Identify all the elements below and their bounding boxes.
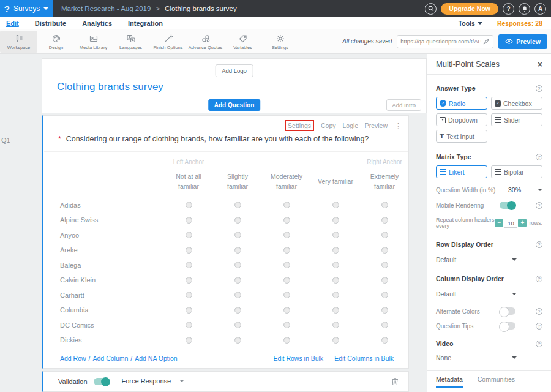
account-avatar[interactable]: A (534, 3, 546, 15)
help-icon[interactable]: ? (536, 276, 542, 282)
radio-button[interactable] (186, 247, 192, 254)
responses-count[interactable]: Responses: 28 (497, 20, 542, 27)
toolbar-item-workspace[interactable]: Workspace (0, 31, 37, 53)
answer-type-checkbox-button[interactable]: ✓ Checkbox (491, 97, 542, 110)
tools-menu[interactable]: Tools (459, 20, 482, 27)
radio-button[interactable] (186, 202, 192, 208)
radio-button[interactable] (234, 277, 241, 284)
radio-button[interactable] (381, 277, 388, 284)
radio-button[interactable] (332, 277, 339, 284)
alternate-colors-toggle[interactable] (500, 307, 515, 315)
radio-button[interactable] (283, 307, 290, 314)
radio-button[interactable] (332, 307, 339, 314)
radio-button[interactable] (234, 337, 241, 344)
radio-button[interactable] (332, 202, 339, 208)
tab-distribute[interactable]: Distribute (35, 20, 66, 27)
radio-button[interactable] (234, 202, 241, 208)
column-display-order-dropdown[interactable]: Default (436, 290, 517, 298)
survey-title[interactable]: Clothing brands survey (57, 81, 163, 93)
question-preview-button[interactable]: Preview (365, 122, 388, 129)
radio-button[interactable] (381, 337, 388, 344)
radio-button[interactable] (234, 262, 241, 268)
help-icon[interactable]: ? (536, 341, 542, 347)
chevron-down-icon[interactable] (538, 189, 542, 191)
radio-button[interactable] (234, 322, 241, 328)
more-options-icon[interactable]: ⋮ (394, 121, 402, 130)
row-label[interactable]: Adidas (43, 202, 164, 209)
close-panel-icon[interactable]: × (538, 60, 542, 69)
row-label[interactable]: Calvin Klein (43, 276, 164, 284)
preview-button[interactable]: Preview (498, 34, 547, 49)
radio-button[interactable] (283, 232, 290, 238)
matrix-type-likert-button[interactable]: Likert (436, 165, 487, 178)
radio-button[interactable] (283, 277, 290, 284)
edit-rows-in-bulk-link[interactable]: Edit Rows in Bulk (273, 355, 323, 362)
notifications-button[interactable] (519, 3, 530, 15)
radio-button[interactable] (332, 322, 339, 328)
toolbar-item-variables[interactable]: Variables (224, 31, 261, 53)
tab-integration[interactable]: Integration (128, 20, 163, 27)
toolbar-item-finish-options[interactable]: Finish Options (149, 31, 187, 53)
add-row-link[interactable]: Add Row (60, 355, 86, 362)
help-icon[interactable]: ? (536, 241, 542, 248)
column-header[interactable]: Extremely familiar (360, 172, 409, 192)
edit-url-icon[interactable] (483, 38, 490, 45)
add-na-option-link[interactable]: Add NA Option (135, 355, 177, 362)
radio-button[interactable] (234, 292, 241, 298)
tab-edit[interactable]: Edit (6, 20, 19, 27)
column-header[interactable]: Moderately familiar (262, 172, 311, 192)
row-label[interactable]: Dickies (43, 336, 164, 344)
question-tips-toggle[interactable] (500, 322, 515, 330)
row-label[interactable]: Carhartt (43, 292, 164, 299)
answer-type-radio-button[interactable]: ✓ Radio (436, 97, 487, 110)
column-header[interactable]: Slightly familiar (213, 172, 262, 192)
decrement-button[interactable]: − (495, 219, 503, 227)
surveys-product-menu[interactable]: ? Surveys (0, 0, 53, 17)
upgrade-now-button[interactable]: Upgrade Now (441, 3, 498, 15)
edit-columns-in-bulk-link[interactable]: Edit Columns in Bulk (334, 355, 394, 362)
radio-button[interactable] (234, 217, 241, 224)
radio-button[interactable] (332, 262, 339, 268)
radio-button[interactable] (234, 232, 241, 238)
radio-button[interactable] (234, 247, 241, 254)
help-button[interactable]: ? (503, 3, 514, 15)
toolbar-item-languages[interactable]: Languages (112, 31, 149, 53)
video-dropdown[interactable]: None (436, 354, 517, 361)
help-icon[interactable]: ? (536, 85, 542, 92)
radio-button[interactable] (381, 232, 388, 238)
repeat-headers-value[interactable]: 10 (504, 219, 517, 228)
column-header[interactable]: Very familiar (311, 177, 360, 187)
row-label[interactable]: Balega (43, 262, 164, 269)
toolbar-item-advance-quotas[interactable]: Advance Quotas (187, 31, 224, 53)
radio-button[interactable] (283, 322, 290, 328)
column-header[interactable]: Not at all familiar (164, 172, 213, 192)
question-copy-button[interactable]: Copy (321, 122, 336, 129)
tab-metadata[interactable]: Metadata (436, 375, 463, 388)
radio-button[interactable] (186, 292, 192, 298)
mobile-rendering-toggle[interactable] (500, 202, 515, 209)
answer-type-slider-button[interactable]: Slider (491, 113, 542, 126)
row-label[interactable]: Anyoo (43, 232, 164, 239)
question-text[interactable]: Considering our range of clothing brands… (66, 135, 369, 143)
search-button[interactable] (425, 3, 437, 15)
validation-type-dropdown[interactable]: Force Response (122, 377, 185, 386)
row-label[interactable]: Areke (43, 246, 164, 254)
radio-button[interactable] (332, 232, 339, 238)
radio-button[interactable] (234, 307, 241, 314)
add-intro-button[interactable]: Add Intro (386, 99, 421, 111)
radio-button[interactable] (381, 262, 388, 268)
radio-button[interactable] (381, 307, 388, 314)
answer-type-dropdown-button[interactable]: Dropdown (436, 113, 487, 126)
breadcrumb-folder[interactable]: Market Research - Aug 2019 (61, 5, 151, 12)
help-icon[interactable]: ? (536, 323, 542, 330)
add-logo-button[interactable]: Add Logo (215, 64, 253, 77)
add-question-button[interactable]: Add Question (208, 99, 261, 111)
radio-button[interactable] (186, 277, 192, 284)
row-label[interactable]: DC Comics (43, 322, 164, 329)
row-display-order-dropdown[interactable]: Default (436, 256, 517, 263)
radio-button[interactable] (332, 247, 339, 254)
toolbar-item-design[interactable]: Design (37, 31, 75, 53)
question-settings-button[interactable]: Settings (285, 120, 314, 131)
radio-button[interactable] (283, 247, 290, 254)
survey-url-input[interactable] (400, 38, 481, 45)
